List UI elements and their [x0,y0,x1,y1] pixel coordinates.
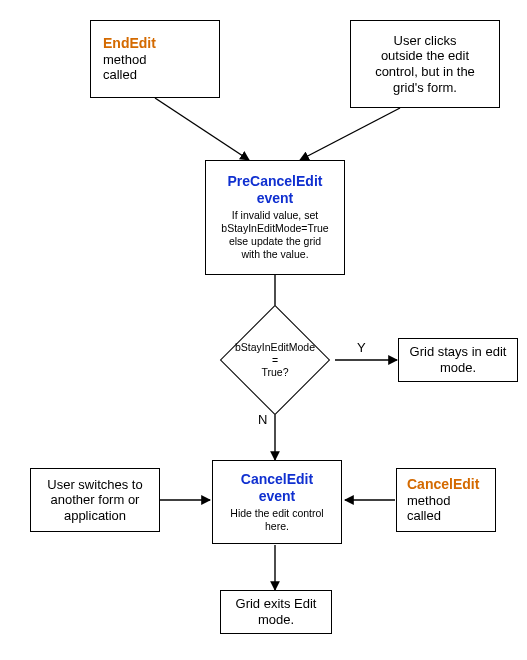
node-stays-in-edit: Grid stays in edit mode. [398,338,518,382]
node-decision: bStayInEditMode = True? [215,320,335,400]
node-endedit: EndEdit method called [90,20,220,98]
node-precanceledit-title: PreCancelEdit event [228,173,323,207]
node-click-outside-text: User clicks outside the edit control, bu… [375,33,475,95]
svg-line-1 [300,108,400,160]
node-precanceledit: PreCancelEdit event If invalid value, se… [205,160,345,275]
decision-line1: bStayInEditMode [235,341,315,354]
svg-line-0 [155,98,249,160]
node-exits-edit: Grid exits Edit mode. [220,590,332,634]
node-stays-text: Grid stays in edit mode. [410,344,507,375]
node-switch-form: User switches to another form or applica… [30,468,160,532]
node-cancelmethod-sub: method called [407,493,450,524]
flowchart-canvas: { "chart_data": { "type": "flowchart", "… [0,0,527,660]
node-canceledit-method: CancelEdit method called [396,468,496,532]
node-endedit-title: EndEdit [103,35,156,52]
node-switch-form-text: User switches to another form or applica… [47,477,142,524]
edge-label-no: N [258,412,267,427]
decision-line3: True? [261,366,288,379]
node-endedit-sub: method called [103,52,146,83]
node-canceledit-detail: Hide the edit control here. [230,507,323,533]
node-canceledit-title: CancelEdit event [241,471,313,505]
node-cancelmethod-title: CancelEdit [407,476,479,493]
node-click-outside: User clicks outside the edit control, bu… [350,20,500,108]
edge-label-yes: Y [357,340,366,355]
decision-label: bStayInEditMode = True? [215,320,335,400]
node-precanceledit-detail: If invalid value, set bStayInEditMode=Tr… [221,209,328,262]
decision-line2: = [272,354,278,367]
node-exits-text: Grid exits Edit mode. [236,596,317,627]
node-canceledit-event: CancelEdit event Hide the edit control h… [212,460,342,544]
